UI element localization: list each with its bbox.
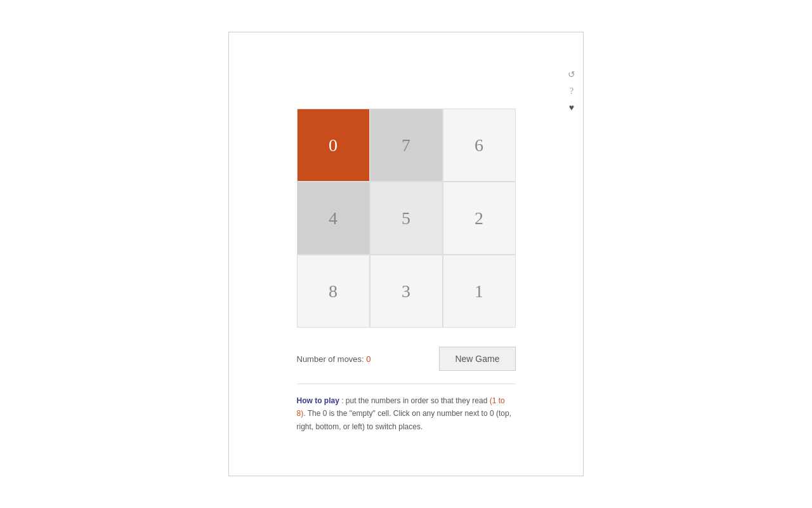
- cell-3[interactable]: 4: [297, 182, 370, 255]
- heart-icon[interactable]: ♥: [569, 104, 574, 112]
- cell-2[interactable]: 6: [443, 109, 516, 182]
- instructions-text: How to play : put the numbers in order s…: [297, 394, 516, 433]
- cell-1[interactable]: 7: [370, 109, 443, 182]
- sidebar-icons: ↺ ? ♥: [568, 70, 575, 112]
- cell-7[interactable]: 3: [370, 255, 443, 328]
- moves-label: Number of moves: 0: [297, 354, 371, 364]
- cell-8[interactable]: 1: [443, 255, 516, 328]
- divider: [297, 384, 516, 384]
- cell-4[interactable]: 5: [370, 182, 443, 255]
- game-container: ↺ ? ♥ 0 7 6 4 5 2 8 3 1 Number of moves:…: [228, 32, 584, 476]
- cell-0[interactable]: 0: [297, 109, 370, 182]
- moves-count: 0: [366, 354, 370, 364]
- cell-5[interactable]: 2: [443, 182, 516, 255]
- how-to-play-label: How to play: [297, 396, 339, 405]
- controls-bar: Number of moves: 0 New Game: [297, 347, 516, 371]
- new-game-button[interactable]: New Game: [439, 347, 515, 371]
- puzzle-board: 0 7 6 4 5 2 8 3 1: [297, 109, 516, 328]
- help-icon[interactable]: ?: [570, 87, 573, 96]
- cell-6[interactable]: 8: [297, 255, 370, 328]
- refresh-icon[interactable]: ↺: [568, 70, 575, 79]
